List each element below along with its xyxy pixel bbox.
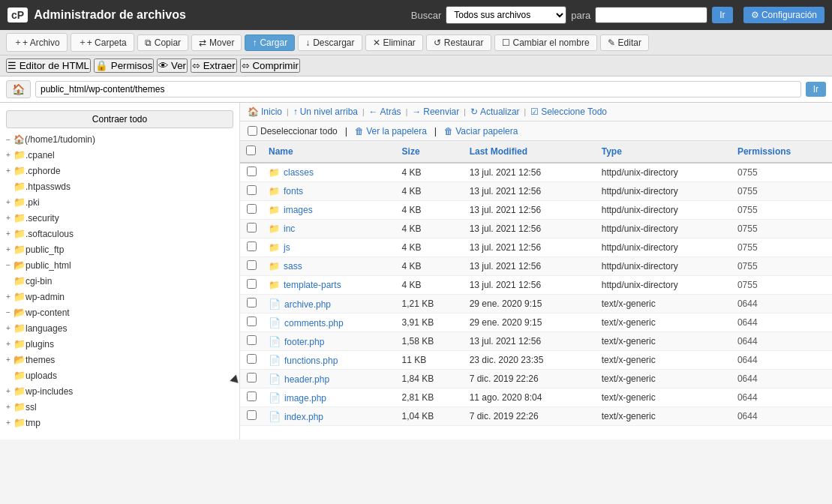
- row-checkbox[interactable]: [247, 279, 257, 289]
- tree-toggle[interactable]: +: [3, 356, 14, 364]
- file-name-link[interactable]: functions.php: [284, 356, 338, 366]
- vaciar-papelera-button[interactable]: 🗑 Vaciar papelera: [444, 126, 518, 136]
- tree-toggle[interactable]: +: [3, 292, 14, 301]
- comprimir-button[interactable]: ⬄ Comprimir: [240, 58, 300, 73]
- table-row[interactable]: 📄functions.php11 KB23 dic. 2020 23:35tex…: [240, 351, 832, 370]
- copiar-button[interactable]: ⧉ Copiar: [137, 34, 188, 51]
- table-row[interactable]: 📄archive.php1,21 KB29 ene. 2020 9:15text…: [240, 295, 832, 314]
- file-name-link[interactable]: classes: [284, 167, 314, 178]
- tree-toggle[interactable]: +: [3, 214, 14, 222]
- row-checkbox[interactable]: [247, 223, 257, 232]
- cargar-button[interactable]: ↑ Cargar: [245, 34, 295, 51]
- tree-toggle[interactable]: −: [3, 308, 14, 316]
- tree-row[interactable]: +📁wp-admin: [0, 290, 239, 303]
- row-checkbox[interactable]: [247, 335, 257, 345]
- actualizar-link[interactable]: ↻ Actualizar: [470, 106, 520, 117]
- archivo-button[interactable]: ＋ + Archivo: [6, 33, 68, 52]
- file-name-link[interactable]: js: [284, 242, 290, 253]
- row-checkbox[interactable]: [247, 373, 257, 382]
- editar-button[interactable]: ✎ Editar: [600, 34, 649, 51]
- table-row[interactable]: 📄header.php1,84 KB7 dic. 2019 22:26text/…: [240, 370, 832, 388]
- row-checkbox[interactable]: [247, 298, 257, 308]
- checkbox-header[interactable]: [240, 141, 263, 163]
- file-name-link[interactable]: sass: [284, 261, 302, 272]
- ver-button[interactable]: 👁 Ver: [157, 58, 188, 73]
- file-name-link[interactable]: template-parts: [284, 280, 341, 290]
- table-row[interactable]: 📁js4 KB13 jul. 2021 12:56httpd/unix-dire…: [240, 238, 832, 257]
- file-name-link[interactable]: footer.php: [284, 337, 324, 347]
- tree-toggle[interactable]: +: [3, 166, 14, 175]
- tree-row[interactable]: 📁uploads: [0, 369, 239, 382]
- row-checkbox[interactable]: [247, 354, 257, 364]
- row-checkbox[interactable]: [247, 260, 257, 270]
- type-column-header[interactable]: Type: [596, 141, 731, 163]
- table-row[interactable]: 📁fonts4 KB13 jul. 2021 12:56httpd/unix-d…: [240, 182, 832, 201]
- row-checkbox[interactable]: [247, 242, 257, 251]
- select-all-checkbox[interactable]: [246, 146, 256, 155]
- tree-toggle[interactable]: +: [3, 387, 14, 395]
- cambiar-nombre-button[interactable]: ☐ Cambiar el nombre: [494, 34, 597, 51]
- tree-row[interactable]: +📁.security: [0, 212, 239, 224]
- descargar-button[interactable]: ↓ Descargar: [298, 34, 362, 51]
- tree-row[interactable]: +📁tmp: [0, 416, 239, 429]
- mover-button[interactable]: ⇄ Mover: [191, 34, 242, 51]
- collapse-all-button[interactable]: Contraer todo: [6, 110, 233, 128]
- reenviar-link[interactable]: → Reenviar: [412, 106, 459, 117]
- row-checkbox[interactable]: [247, 316, 257, 326]
- size-column-header[interactable]: Size: [396, 141, 464, 163]
- tree-row[interactable]: +📁.cpanel: [0, 148, 239, 161]
- row-checkbox[interactable]: [247, 392, 257, 401]
- permisos-button[interactable]: 🔒 Permisos: [94, 58, 154, 73]
- table-row[interactable]: 📁images4 KB13 jul. 2021 12:56httpd/unix-…: [240, 201, 832, 220]
- restaurar-button[interactable]: ↺ Restaurar: [426, 34, 491, 51]
- file-name-link[interactable]: fonts: [284, 186, 303, 196]
- file-name-link[interactable]: header.php: [284, 374, 329, 385]
- table-row[interactable]: 📄image.php2,81 KB11 ago. 2020 8:04text/x…: [240, 388, 832, 407]
- file-name-link[interactable]: archive.php: [284, 299, 331, 310]
- table-row[interactable]: 📄footer.php1,58 KB13 jul. 2021 12:56text…: [240, 332, 832, 351]
- tree-row[interactable]: +📂themes: [0, 353, 239, 366]
- tree-row[interactable]: +📁.cphorde: [0, 164, 239, 177]
- tree-toggle[interactable]: −: [3, 261, 14, 269]
- modified-column-header[interactable]: Last Modified: [464, 141, 596, 163]
- search-input[interactable]: [595, 7, 707, 23]
- tree-row[interactable]: +📁plugins: [0, 338, 239, 350]
- tree-row[interactable]: −📂public_html: [0, 259, 239, 272]
- tree-toggle[interactable]: +: [3, 198, 14, 206]
- path-go-button[interactable]: Ir: [806, 82, 826, 97]
- tree-row[interactable]: −📂wp-content: [0, 306, 239, 319]
- tree-row[interactable]: +📁.softaculous: [0, 227, 239, 240]
- home-button[interactable]: 🏠: [6, 80, 31, 98]
- file-name-link[interactable]: index.php: [284, 412, 323, 422]
- deseleccionar-label[interactable]: Deseleccionar todo: [248, 126, 338, 136]
- seleccione-todo-link[interactable]: ☑ Seleccione Todo: [530, 106, 607, 117]
- row-checkbox[interactable]: [247, 166, 257, 176]
- tree-row[interactable]: 📁cgi-bin: [0, 274, 239, 287]
- perms-column-header[interactable]: Permissions: [731, 141, 832, 163]
- ver-papelera-button[interactable]: 🗑 Ver la papelera: [355, 126, 427, 136]
- inicio-link[interactable]: 🏠 Inicio: [248, 106, 282, 117]
- search-button[interactable]: Ir: [712, 7, 732, 23]
- tree-row[interactable]: +📁wp-includes: [0, 385, 239, 398]
- tree-toggle[interactable]: +: [3, 403, 14, 411]
- tree-row[interactable]: +📁languages: [0, 322, 239, 334]
- tree-toggle[interactable]: +: [3, 340, 14, 348]
- row-checkbox[interactable]: [247, 410, 257, 420]
- tree-toggle[interactable]: +: [3, 245, 14, 254]
- tree-toggle[interactable]: +: [3, 418, 14, 427]
- tree-toggle[interactable]: −: [3, 136, 14, 144]
- tree-toggle[interactable]: +: [3, 324, 14, 332]
- tree-toggle[interactable]: +: [3, 230, 14, 238]
- file-name-link[interactable]: image.php: [284, 393, 326, 404]
- table-row[interactable]: 📁inc4 KB13 jul. 2021 12:56httpd/unix-dir…: [240, 220, 832, 238]
- tree-row[interactable]: 📁.htpasswds: [0, 180, 239, 193]
- table-row[interactable]: 📄index.php1,04 KB7 dic. 2019 22:26text/x…: [240, 407, 832, 426]
- tree-row[interactable]: −🏠(/home1/tudomin): [0, 134, 239, 146]
- extraer-button[interactable]: ⬄ Extraer: [191, 58, 237, 73]
- config-button[interactable]: ⚙ Configuración: [743, 7, 824, 23]
- atras-link[interactable]: ← Atrás: [369, 106, 401, 117]
- table-row[interactable]: 📁sass4 KB13 jul. 2021 12:56httpd/unix-di…: [240, 257, 832, 276]
- search-scope-select[interactable]: Todos sus archivos Solo nombre de archiv…: [446, 6, 566, 24]
- tree-row[interactable]: +📁.pki: [0, 196, 239, 208]
- carpeta-button[interactable]: ＋ + Carpeta: [71, 33, 134, 52]
